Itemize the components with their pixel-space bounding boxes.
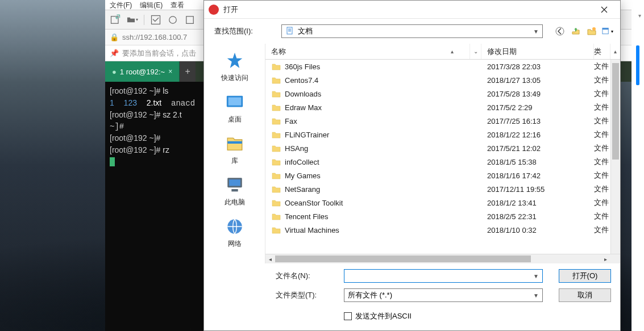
- file-name: Centos7.4: [285, 76, 481, 85]
- table-row[interactable]: Downloads2017/5/28 13:49文件: [265, 87, 620, 100]
- file-name: Fax: [285, 117, 481, 125]
- table-row[interactable]: Virtual Machines2018/1/10 0:32文件: [265, 223, 620, 237]
- sidebar-item-this-pc[interactable]: 此电脑: [204, 173, 265, 210]
- caret-icon[interactable]: ▾: [638, 12, 641, 19]
- sidebar-item-label: 此电脑: [225, 198, 245, 207]
- sidebar-item-label: 桌面: [228, 115, 242, 124]
- table-row[interactable]: FLiNGTrainer2018/1/22 12:16文件: [265, 128, 620, 141]
- sidebar-item-network[interactable]: 网络: [204, 214, 265, 251]
- chevron-down-icon[interactable]: ▼: [533, 273, 539, 279]
- file-date: 2018/1/27 13:05: [481, 76, 594, 85]
- folder-icon: [271, 89, 281, 99]
- file-date: 2017/3/28 22:03: [481, 62, 594, 71]
- sidebar-item-quick-access[interactable]: 快速访问: [204, 48, 265, 85]
- sidebar-item-libraries[interactable]: 库: [204, 131, 265, 168]
- tool-2-icon[interactable]: [167, 14, 178, 26]
- sidebar-item-desktop[interactable]: 桌面: [204, 90, 265, 127]
- column-name[interactable]: 名称 ▴: [265, 44, 470, 59]
- folder-icon: [271, 184, 281, 194]
- table-row[interactable]: Tencent Files2018/2/5 22:31文件: [265, 210, 620, 223]
- table-row[interactable]: My Games2018/1/16 17:42文件: [265, 169, 620, 182]
- ascii-check-row[interactable]: 发送文件到ASCII: [276, 311, 611, 321]
- look-in-select[interactable]: 文档 ▼: [281, 24, 543, 38]
- open-button[interactable]: 打开(O): [559, 269, 611, 283]
- open-folder-icon[interactable]: ▾: [127, 14, 138, 26]
- table-row[interactable]: infoCollect2018/1/5 15:38文件: [265, 155, 620, 169]
- table-row[interactable]: Centos7.42018/1/27 13:05文件: [265, 73, 620, 87]
- table-row[interactable]: OceanStor Toolkit2018/1/2 13:41文件: [265, 196, 620, 210]
- filename-label: 文件名(N):: [276, 271, 338, 281]
- file-type: 文件: [594, 143, 610, 153]
- file-type: 文件: [594, 198, 610, 208]
- scroll-up-icon[interactable]: ▴: [610, 44, 620, 59]
- file-type: 文件: [594, 211, 610, 221]
- svg-point-5: [592, 27, 596, 31]
- file-date: 2017/5/28 13:49: [481, 90, 594, 98]
- close-button[interactable]: [593, 1, 616, 18]
- svg-rect-12: [229, 179, 240, 186]
- ssh-address[interactable]: ssh://192.168.100.7: [122, 33, 187, 41]
- session-tab[interactable]: ● 1 root@192:~ ×: [105, 61, 180, 82]
- star-icon: [225, 51, 245, 71]
- table-row[interactable]: NetSarang2017/12/11 19:55文件: [265, 182, 620, 196]
- hscroll-thumb[interactable]: [275, 255, 531, 262]
- column-date[interactable]: 修改日期: [481, 44, 594, 59]
- file-name: My Games: [285, 171, 481, 180]
- info-hint: 要添加当前会话，点击: [122, 48, 196, 58]
- file-list[interactable]: 360js Files2017/3/28 22:03文件Centos7.4201…: [265, 60, 620, 254]
- tool-3-icon[interactable]: [184, 14, 196, 26]
- titlebar[interactable]: 打开: [204, 1, 620, 19]
- filetype-value: 所有文件 (*.*): [348, 290, 392, 300]
- svg-point-2: [169, 16, 177, 23]
- new-tab-button[interactable]: +: [180, 61, 196, 82]
- table-row[interactable]: HSAng2017/5/21 12:02文件: [265, 141, 620, 155]
- folder-icon: [271, 211, 281, 221]
- up-icon[interactable]: [570, 26, 581, 37]
- chevron-down-icon[interactable]: ▼: [533, 292, 539, 299]
- scroll-thumb[interactable]: [612, 63, 619, 160]
- scroll-right-icon[interactable]: ▸: [601, 254, 610, 263]
- column-headers: 名称 ▴ ⌄ 修改日期 类 ▴: [265, 44, 620, 60]
- tab-close-icon[interactable]: ×: [168, 68, 172, 76]
- horizontal-scrollbar[interactable]: ◂ ▸: [265, 254, 620, 263]
- places-sidebar: 快速访问 桌面 库 此电脑 网络: [204, 44, 265, 263]
- pin-icon[interactable]: 📌: [110, 49, 119, 57]
- tab-indicator-icon: ●: [112, 68, 117, 76]
- tool-1-icon[interactable]: [150, 14, 161, 26]
- menu-edit[interactable]: 编辑(E): [140, 0, 163, 10]
- svg-rect-7: [603, 28, 608, 30]
- file-name: OceanStor Toolkit: [285, 199, 481, 207]
- column-name-dd[interactable]: ⌄: [470, 44, 481, 59]
- file-pane: 名称 ▴ ⌄ 修改日期 类 ▴ 360js Files2017/3/28 22:…: [265, 44, 620, 263]
- vertical-scrollbar[interactable]: [610, 60, 620, 254]
- chevron-down-icon: ▼: [533, 28, 539, 35]
- file-date: 2017/12/11 19:55: [481, 185, 594, 194]
- checkbox-icon[interactable]: [344, 312, 352, 320]
- file-name: 360js Files: [285, 62, 481, 71]
- menu-file[interactable]: 文件(F): [110, 0, 132, 10]
- dialog-body: 快速访问 桌面 库 此电脑 网络 名称 ▴: [204, 44, 620, 263]
- scroll-left-icon[interactable]: ◂: [265, 254, 275, 263]
- table-row[interactable]: 360js Files2017/3/28 22:03文件: [265, 60, 620, 73]
- file-type: 文件: [594, 225, 610, 235]
- cancel-button[interactable]: 取消: [559, 288, 611, 302]
- file-name: Edraw Max: [285, 103, 481, 112]
- cursor: [110, 157, 115, 166]
- sidebar-item-label: 网络: [228, 239, 242, 249]
- new-session-icon[interactable]: [110, 14, 121, 26]
- filetype-select[interactable]: 所有文件 (*.*) ▼: [344, 288, 543, 302]
- back-icon[interactable]: [554, 26, 566, 37]
- file-name: Downloads: [285, 90, 481, 98]
- lock-icon: 🔒: [110, 33, 119, 41]
- new-folder-icon[interactable]: [586, 26, 597, 37]
- right-panel-strip: ▾: [631, 0, 644, 331]
- table-row[interactable]: Fax2017/7/25 16:13文件: [265, 114, 620, 128]
- column-type[interactable]: 类: [594, 44, 610, 59]
- table-row[interactable]: Edraw Max2017/5/2 2:29文件: [265, 100, 620, 114]
- filename-input[interactable]: ▼: [344, 269, 543, 283]
- ascii-check-label: 发送文件到ASCII: [355, 311, 412, 321]
- menu-view[interactable]: 查看: [171, 0, 184, 10]
- dialog-title: 打开: [223, 5, 593, 15]
- folder-icon: [271, 61, 281, 72]
- view-menu-icon[interactable]: ▾: [602, 26, 613, 37]
